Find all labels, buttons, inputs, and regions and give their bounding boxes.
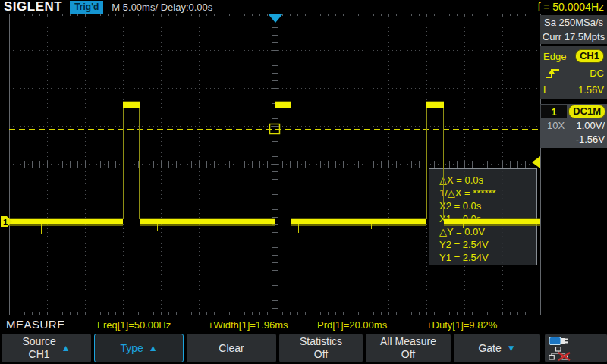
trigger-type-label: Edge (543, 51, 566, 62)
channel-coupling-badge: DC1M (568, 105, 605, 118)
source-button-label: Source (22, 335, 55, 348)
trigger-status-badge: Trig'd (70, 1, 103, 14)
rising-edge-icon (543, 67, 561, 80)
cursor-x1: X1 = 0.0s (439, 212, 536, 225)
memory-depth: Curr 17.5Mpts (540, 30, 607, 44)
siglent-logo: SIGLENT (4, 0, 62, 14)
measure-pos-duty: +Duty[1]=9.82% (426, 319, 497, 331)
measure-period: Prd[1]=20.00ms (317, 319, 387, 331)
chevron-up-icon: ▲ (149, 343, 158, 353)
acquisition-panel: Sa 250MSa/s Curr 17.5Mpts (540, 15, 607, 44)
cursor-inv-delta-x: 1/△X = ****** (439, 187, 536, 199)
channel-descriptor-panel[interactable]: 1 DC1M 10X 1.00V/ -1.56V (540, 104, 607, 148)
statistics-button[interactable]: Statistics Off (279, 334, 363, 362)
sample-rate: Sa 250MSa/s (540, 15, 607, 30)
source-button-value: CH1 (29, 348, 50, 361)
cursor-delta-y: △Y = 0.0V (439, 225, 536, 238)
statistics-button-value: Off (314, 348, 328, 361)
cursor-readout-box: △X = 0.0s 1/△X = ****** X2 = 0.0s X1 = 0… (429, 168, 537, 265)
lan-disconnected-icon (549, 347, 571, 361)
trigger-level-label: L (543, 84, 549, 96)
trigger-panel[interactable]: Edge CH1 DC L 1.56V (540, 46, 607, 99)
type-button-label: Type (120, 342, 143, 355)
cursor-delta-x: △X = 0.0s (439, 174, 536, 187)
channel-offset: -1.56V (540, 133, 607, 147)
measure-title: MEASURE (6, 318, 65, 331)
gate-button-label: Gate (478, 342, 501, 355)
type-button[interactable]: Type ▲ (94, 334, 184, 362)
usb-icon (549, 335, 570, 347)
clear-button[interactable]: Clear (187, 334, 276, 362)
trigger-coupling: DC (590, 67, 604, 79)
cursor-y2: Y2 = 2.54V (439, 238, 536, 251)
gate-button[interactable]: Gate ▼ (454, 334, 540, 362)
all-measure-button-value: Off (401, 348, 415, 361)
all-measure-button-label: All Measure (380, 335, 436, 348)
all-measure-button[interactable]: All Measure Off (366, 334, 451, 362)
frequency-counter: f = 50.0004Hz (537, 1, 604, 13)
timebase-readout[interactable]: M 5.00ms/ Delay:0.00s (112, 2, 212, 13)
volts-per-div: 1.00V/ (576, 120, 605, 131)
channel-number-box: 1 (541, 105, 567, 118)
chevron-down-icon: ▼ (507, 343, 516, 353)
probe-attenuation: 10X (547, 120, 565, 131)
cursor-x2: X2 = 0.0s (439, 199, 536, 212)
top-status-bar: SIGLENT Trig'd M 5.00ms/ Delay:0.00s f =… (0, 0, 607, 14)
measure-freq: Freq[1]=50.00Hz (97, 319, 171, 331)
status-icons-panel (545, 334, 607, 362)
measure-results-bar: MEASURE Freq[1]=50.00Hz +Width[1]=1.96ms… (0, 315, 607, 333)
trigger-level-value: 1.56V (578, 84, 604, 96)
cursor-y1: Y1 = 2.54V (439, 251, 536, 264)
chevron-up-icon: ▲ (61, 343, 71, 353)
source-button[interactable]: Source CH1 ▲ (2, 334, 91, 362)
statistics-button-label: Statistics (300, 335, 342, 348)
clear-button-label: Clear (219, 342, 244, 355)
oscilloscope-screen: SIGLENT Trig'd M 5.00ms/ Delay:0.00s f =… (0, 0, 607, 364)
measure-pos-width: +Width[1]=1.96ms (208, 319, 288, 331)
trigger-source-badge: CH1 (575, 49, 604, 63)
softkey-menu-bar: Source CH1 ▲ Type ▲ Clear Statistics Off… (0, 333, 607, 364)
